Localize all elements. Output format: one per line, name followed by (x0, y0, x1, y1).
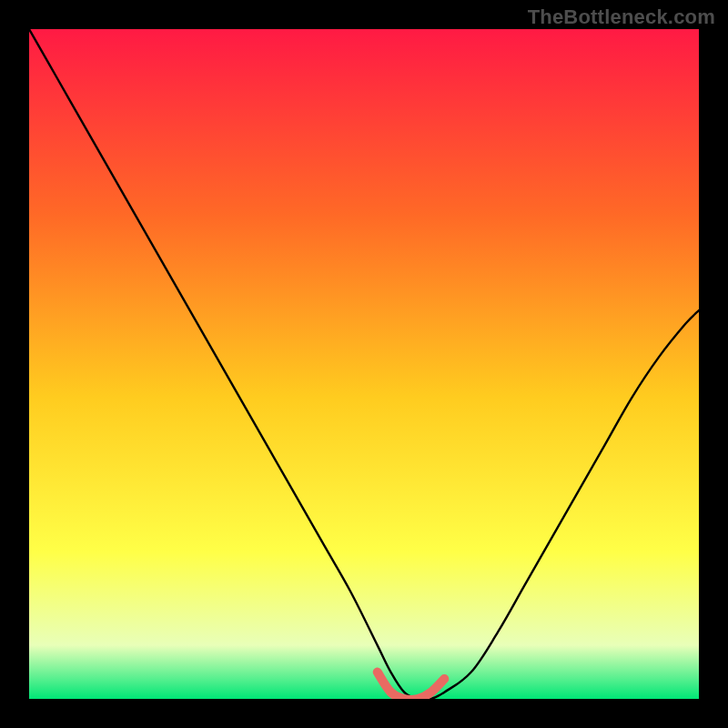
frame-right (699, 0, 728, 728)
chart-stage: TheBottleneck.com (0, 0, 728, 728)
watermark-text: TheBottleneck.com (528, 5, 715, 29)
plot-background (29, 29, 699, 699)
bottleneck-chart (0, 0, 728, 728)
frame-left (0, 0, 29, 728)
frame-bottom (0, 699, 728, 728)
